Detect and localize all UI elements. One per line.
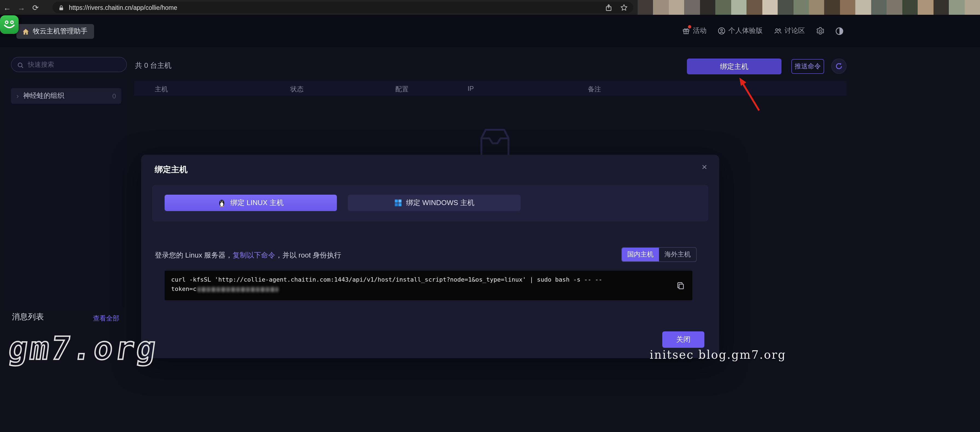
color-swatch bbox=[731, 0, 746, 15]
copy-command-link[interactable]: 复制以下命令 bbox=[233, 251, 275, 259]
column-header-remark: 备注 bbox=[588, 85, 601, 94]
modal-title: 绑定主机 bbox=[155, 165, 188, 175]
color-swatch bbox=[902, 0, 918, 15]
browser-forward-icon[interactable]: → bbox=[14, 3, 29, 12]
color-swatch bbox=[669, 0, 684, 15]
copy-icon[interactable] bbox=[676, 282, 685, 292]
url-bar[interactable]: https://rivers.chaitin.cn/app/collie/hom… bbox=[52, 2, 633, 13]
forum-label: 讨论区 bbox=[784, 26, 805, 35]
push-command-button[interactable]: 推送命令 bbox=[791, 59, 824, 74]
command-line-1: curl -kfsSL 'http://collie-agent.chaitin… bbox=[171, 275, 670, 284]
contrast-icon bbox=[835, 27, 843, 35]
organization-name: 神经蛙的组织 bbox=[23, 91, 112, 101]
quick-search[interactable] bbox=[11, 57, 127, 72]
os-tab-container: 绑定 LINUX 主机 绑定 WINDOWS 主机 bbox=[152, 185, 708, 221]
install-command-block[interactable]: curl -kfsSL 'http://collie-agent.chaitin… bbox=[165, 271, 692, 300]
bind-host-modal: 绑定主机 × 绑定 LINUX 主机 绑定 WINDOWS 主机 登录您的 Li… bbox=[141, 155, 719, 358]
tab-bind-windows[interactable]: 绑定 WINDOWS 主机 bbox=[348, 195, 520, 211]
region-overseas-segment[interactable]: 海外主机 bbox=[659, 248, 696, 261]
gear-icon bbox=[816, 27, 824, 35]
notification-badge bbox=[688, 25, 691, 29]
color-swatch bbox=[933, 0, 949, 15]
app-title-button[interactable]: 牧云主机管理助手 bbox=[16, 24, 94, 39]
color-swatch bbox=[824, 0, 840, 15]
instruction-text: 登录您的 Linux 服务器，复制以下命令，并以 root 身份执行 bbox=[155, 251, 341, 260]
user-circle-icon bbox=[718, 27, 726, 35]
tab-bind-windows-label: 绑定 WINDOWS 主机 bbox=[406, 198, 474, 208]
color-swatch bbox=[949, 0, 964, 15]
home-icon bbox=[22, 28, 30, 35]
settings-menu[interactable] bbox=[816, 27, 824, 35]
column-header-status: 状态 bbox=[290, 85, 304, 94]
color-swatch bbox=[716, 0, 731, 15]
browser-back-icon[interactable]: ← bbox=[0, 3, 14, 12]
instruction-prefix: 登录您的 Linux 服务器， bbox=[155, 251, 233, 259]
activity-label: 活动 bbox=[693, 26, 706, 35]
column-header-host: 主机 bbox=[155, 85, 168, 94]
color-swatch bbox=[778, 0, 793, 15]
annotation-arrow-icon bbox=[727, 70, 771, 121]
color-swatch bbox=[840, 0, 856, 15]
color-swatch bbox=[746, 0, 762, 15]
bookmark-star-icon[interactable] bbox=[620, 3, 628, 11]
browser-reload-icon[interactable]: ⟳ bbox=[29, 3, 43, 12]
share-icon[interactable] bbox=[605, 3, 612, 11]
personal-edition-menu[interactable]: 个人体验版 bbox=[718, 26, 763, 35]
messages-title: 消息列表 bbox=[12, 312, 44, 322]
forum-menu[interactable]: 讨论区 bbox=[773, 26, 805, 35]
color-swatch bbox=[887, 0, 902, 15]
blog-watermark: initsec blog.gm7.org bbox=[650, 348, 786, 362]
graffiti-watermark: gm7.org bbox=[6, 331, 160, 366]
host-count-label: 共 0 台主机 bbox=[135, 61, 172, 70]
linux-penguin-icon bbox=[218, 199, 226, 207]
bind-host-button[interactable]: 绑定主机 bbox=[687, 59, 781, 75]
color-swatch-strip bbox=[638, 0, 980, 15]
close-icon[interactable]: × bbox=[702, 162, 707, 172]
header-actions: 活动 个人体验版 讨论区 bbox=[682, 15, 843, 47]
refresh-button[interactable] bbox=[831, 59, 846, 74]
activity-menu[interactable]: 活动 bbox=[682, 26, 706, 35]
gift-icon bbox=[682, 27, 690, 35]
lock-icon bbox=[58, 4, 65, 11]
color-swatch bbox=[964, 0, 980, 15]
redacted-token bbox=[198, 287, 278, 292]
chaitin-frog-logo[interactable] bbox=[0, 15, 19, 34]
tab-bind-linux-label: 绑定 LINUX 主机 bbox=[230, 198, 283, 208]
organization-host-count: 0 bbox=[112, 92, 116, 100]
host-table-header: 主机 状态 配置 IP 备注 bbox=[134, 81, 846, 96]
command-line-2: token=c bbox=[171, 284, 670, 294]
color-swatch bbox=[700, 0, 716, 15]
sidebar bbox=[8, 82, 125, 307]
windows-logo-icon bbox=[394, 199, 402, 207]
theme-toggle[interactable] bbox=[835, 27, 843, 35]
users-icon bbox=[773, 27, 782, 35]
column-header-config: 配置 bbox=[395, 85, 409, 94]
chevron-right-icon: › bbox=[16, 92, 19, 100]
column-header-ip: IP bbox=[468, 85, 474, 92]
color-swatch bbox=[684, 0, 700, 15]
app-header: 牧云主机管理助手 活动 个人体验版 讨论区 bbox=[0, 15, 980, 47]
color-swatch bbox=[809, 0, 824, 15]
color-swatch bbox=[653, 0, 669, 15]
color-swatch bbox=[918, 0, 933, 15]
region-domestic-segment[interactable]: 国内主机 bbox=[622, 248, 659, 261]
command-token-prefix: token=c bbox=[171, 286, 197, 292]
close-modal-button[interactable]: 关闭 bbox=[662, 331, 705, 348]
search-icon bbox=[17, 61, 24, 68]
screenshot-root: ← → ⟳ https://rivers.chaitin.cn/app/coll… bbox=[0, 0, 980, 432]
app-title-label: 牧云主机管理助手 bbox=[33, 27, 88, 36]
instruction-suffix: ，并以 root 身份执行 bbox=[275, 251, 341, 259]
view-all-link[interactable]: 查看全部 bbox=[93, 314, 119, 323]
color-swatch bbox=[856, 0, 871, 15]
color-swatch bbox=[793, 0, 809, 15]
tab-bind-linux[interactable]: 绑定 LINUX 主机 bbox=[165, 195, 337, 211]
color-swatch bbox=[638, 0, 653, 15]
url-text: https://rivers.chaitin.cn/app/collie/hom… bbox=[69, 4, 605, 11]
browser-chrome: ← → ⟳ https://rivers.chaitin.cn/app/coll… bbox=[0, 0, 980, 15]
personal-edition-label: 个人体验版 bbox=[729, 26, 763, 35]
color-swatch bbox=[762, 0, 778, 15]
region-toggle: 国内主机 海外主机 bbox=[621, 247, 697, 262]
sidebar-item-organization[interactable]: › 神经蛙的组织 0 bbox=[11, 88, 121, 104]
search-input[interactable] bbox=[28, 61, 115, 68]
color-swatch bbox=[871, 0, 887, 15]
